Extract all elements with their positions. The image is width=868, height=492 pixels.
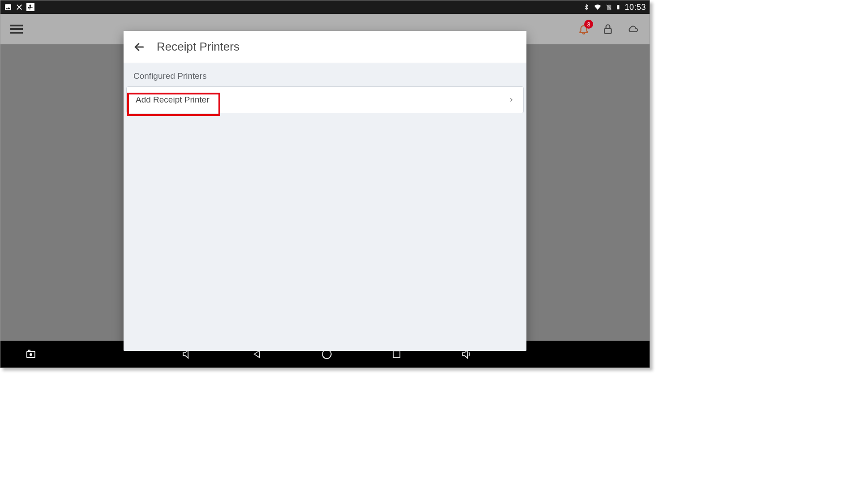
add-receipt-printer-label: Add Receipt Printer: [136, 95, 210, 105]
svg-rect-5: [393, 351, 400, 358]
app-background: 3 Receipt Printers Configured Printers: [0, 14, 650, 341]
configured-printers-label: Configured Printers: [124, 63, 526, 86]
bluetooth-icon: [583, 3, 590, 11]
battery-icon: [616, 3, 621, 11]
android-status-bar: 10:53: [0, 0, 650, 14]
image-icon: [4, 3, 12, 11]
dialog-header: Receipt Printers: [124, 31, 526, 63]
add-receipt-printer-row[interactable]: Add Receipt Printer: [126, 86, 524, 113]
device-frame: 10:53 3: [0, 0, 650, 368]
screenshot-button[interactable]: [23, 346, 39, 362]
cross-icon: [16, 3, 23, 11]
chevron-right-icon: [508, 97, 514, 103]
dialog-title: Receipt Printers: [157, 40, 239, 54]
no-sim-icon: [606, 3, 612, 11]
wifi-icon: [593, 3, 602, 11]
back-button[interactable]: [132, 39, 147, 55]
usb-icon: [26, 3, 34, 11]
svg-point-3: [30, 354, 32, 355]
status-clock: 10:53: [624, 3, 646, 12]
svg-point-4: [322, 350, 331, 359]
svg-rect-2: [28, 350, 30, 351]
receipt-printers-dialog: Receipt Printers Configured Printers Add…: [124, 31, 526, 351]
